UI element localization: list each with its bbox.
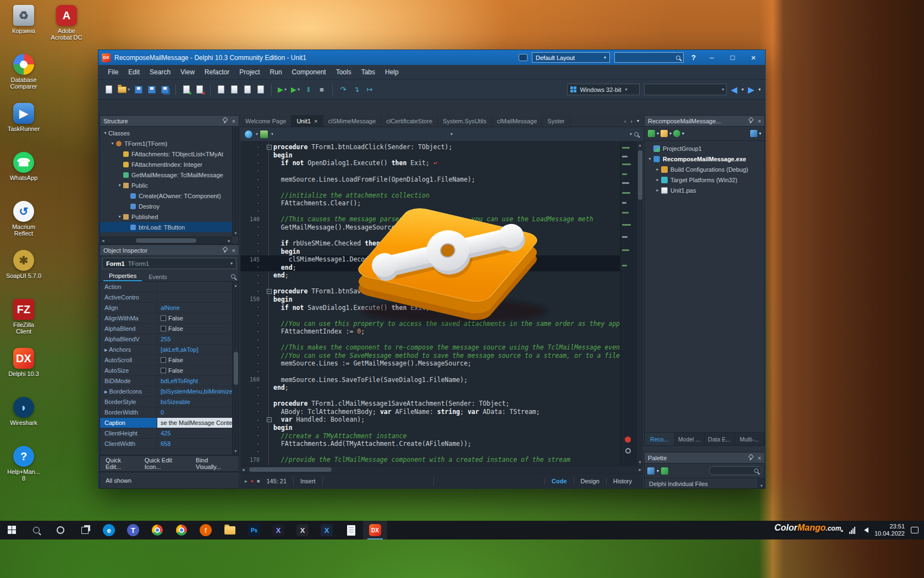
menu-tools[interactable]: Tools bbox=[331, 66, 356, 79]
close-panel-icon[interactable]: × bbox=[758, 118, 761, 124]
structure-node[interactable]: GetMailMessage: TclMailMessage bbox=[100, 170, 232, 180]
editor-tab-syster[interactable]: Syster bbox=[542, 115, 570, 127]
menu-help[interactable]: Help bbox=[380, 66, 404, 79]
project-tab-1[interactable]: Reco... bbox=[645, 433, 675, 445]
close-tab-icon[interactable]: × bbox=[314, 118, 317, 124]
project-node[interactable]: ▸Build Configurations (Debug) bbox=[645, 164, 765, 175]
property-row[interactable]: BiDiModebdLeftToRight bbox=[100, 376, 232, 386]
sort-icon[interactable] bbox=[750, 130, 757, 137]
tab-scroll-left-icon[interactable]: ‹ bbox=[624, 118, 626, 124]
editor-tab-unit1[interactable]: Unit1× bbox=[292, 115, 323, 127]
new-form-button[interactable] bbox=[228, 83, 240, 97]
cortana-button[interactable] bbox=[48, 521, 73, 539]
palette-category[interactable]: Delphi Individual Files bbox=[645, 478, 758, 489]
tab-list-dropdown-icon[interactable]: ▾ bbox=[637, 118, 639, 123]
run-button[interactable]: ▶▾ bbox=[276, 83, 288, 97]
notification-center-icon[interactable] bbox=[911, 527, 919, 533]
chevron-down-icon[interactable]: ▾ bbox=[657, 131, 659, 136]
new-item-icon[interactable] bbox=[661, 130, 668, 137]
navigate-forward-button[interactable]: ▶ bbox=[748, 85, 754, 94]
search-path-combo[interactable]: ▾ bbox=[644, 84, 727, 95]
taskbar-file-explorer[interactable] bbox=[218, 521, 242, 539]
save-as-button[interactable] bbox=[146, 83, 158, 97]
view-selector-icon[interactable] bbox=[260, 130, 268, 138]
property-row[interactable]: AlignalNone bbox=[100, 303, 232, 313]
quick-link[interactable]: Bind Visually... bbox=[196, 457, 233, 470]
chevron-down-icon[interactable]: ▾ bbox=[657, 468, 659, 473]
checkbox-icon[interactable] bbox=[161, 315, 166, 321]
structure-node[interactable]: FAttachments: TObjectList<TMyAt bbox=[100, 149, 232, 159]
target-platform-combo[interactable]: Windows 32-bit ▾ bbox=[567, 84, 640, 95]
close-panel-icon[interactable]: × bbox=[232, 118, 235, 124]
structure-node[interactable]: btnLoad: TButton bbox=[100, 222, 232, 232]
start-button[interactable] bbox=[0, 521, 24, 539]
taskbar-chrome[interactable] bbox=[145, 521, 169, 539]
record-macro-icon[interactable]: ● bbox=[251, 478, 254, 484]
maximize-button[interactable]: □ bbox=[724, 52, 741, 63]
chevron-down-icon[interactable]: ▾ bbox=[759, 131, 761, 136]
tab-properties[interactable]: Properties bbox=[103, 271, 142, 281]
property-row[interactable]: ▸ BorderIcons[biSystemMenu,biMinimize bbox=[100, 386, 232, 397]
minimize-button[interactable]: – bbox=[703, 52, 720, 63]
open-button[interactable]: ▾ bbox=[116, 83, 131, 97]
menu-refactor[interactable]: Refactor bbox=[200, 66, 234, 79]
menu-run[interactable]: Run bbox=[265, 66, 287, 79]
volume-icon[interactable] bbox=[861, 527, 868, 533]
component-selector-combo[interactable]: Form1 TForm1 ▾ bbox=[102, 258, 237, 269]
desktop-icon-adobe-acrobat[interactable]: AAdobe Acrobat DC bbox=[45, 2, 88, 51]
editor-minimap[interactable] bbox=[620, 141, 636, 466]
close-panel-icon[interactable]: × bbox=[758, 455, 761, 461]
fold-marker-icon[interactable]: − bbox=[267, 417, 272, 422]
taskbar-teams[interactable]: T bbox=[121, 521, 145, 539]
play-macro-icon[interactable]: ▸ bbox=[245, 478, 248, 484]
taskbar-xd-app[interactable]: X bbox=[266, 521, 290, 539]
save-button[interactable] bbox=[133, 83, 145, 97]
help-button[interactable]: ? bbox=[688, 53, 699, 62]
taskbar-firefox[interactable]: f bbox=[194, 521, 218, 539]
desktop-icon-taskrunner[interactable]: ▶TaskRunner bbox=[2, 100, 45, 149]
structure-node[interactable]: Create(AOwner: TComponent) bbox=[100, 190, 232, 201]
view-history-button[interactable]: History bbox=[606, 478, 639, 484]
menu-project[interactable]: Project bbox=[234, 66, 265, 79]
palette-search-input[interactable] bbox=[709, 466, 762, 475]
structure-node[interactable]: FAttachmentIndex: Integer bbox=[100, 159, 232, 170]
property-row[interactable]: Action bbox=[100, 282, 232, 292]
build-icon[interactable] bbox=[673, 130, 680, 137]
layout-combo[interactable]: Default Layout ▾ bbox=[532, 52, 610, 63]
taskbar-photoshop[interactable]: Ps bbox=[242, 521, 266, 539]
menu-file[interactable]: File bbox=[103, 66, 123, 79]
save-all-button[interactable] bbox=[159, 83, 171, 97]
taskbar-delphi-ide[interactable]: DX bbox=[363, 521, 387, 539]
view-unit-button[interactable] bbox=[241, 83, 254, 97]
menu-component[interactable]: Component bbox=[287, 66, 331, 79]
menu-edit[interactable]: Edit bbox=[123, 66, 145, 79]
new-unit-button[interactable] bbox=[215, 83, 227, 97]
project-node[interactable]: ProjectGroup1 bbox=[645, 143, 765, 154]
ide-search-input[interactable] bbox=[614, 52, 684, 63]
network-icon[interactable] bbox=[849, 527, 855, 534]
desktop-icon-soapui[interactable]: ✱SoapUI 5.7.0 bbox=[2, 247, 45, 296]
palette-wizard-icon[interactable] bbox=[661, 467, 668, 475]
chevron-down-icon[interactable]: ▾ bbox=[682, 131, 684, 136]
stop-macro-icon[interactable]: ■ bbox=[257, 478, 260, 484]
structure-node[interactable]: Destroy bbox=[100, 201, 232, 211]
editor-tab-welcome-page[interactable]: Welcome Page bbox=[240, 115, 292, 127]
property-row[interactable]: ClientWidth658 bbox=[100, 439, 232, 449]
step-over-button[interactable]: ↷ bbox=[337, 83, 349, 97]
pause-button[interactable]: ‖ bbox=[302, 83, 315, 97]
taskbar-edge[interactable]: e bbox=[97, 521, 121, 539]
editor-tab-clmailmessage[interactable]: clMailMessage bbox=[492, 115, 543, 127]
remove-file-button[interactable] bbox=[194, 83, 206, 97]
structure-node[interactable]: ▾Public bbox=[100, 180, 232, 190]
quick-link[interactable]: Quick Edit... bbox=[106, 457, 137, 470]
structure-vscrollbar[interactable]: ▾ bbox=[232, 127, 239, 237]
property-row[interactable]: ClientHeight425 bbox=[100, 428, 232, 439]
filter-search-icon[interactable] bbox=[231, 274, 235, 279]
new-button[interactable] bbox=[103, 83, 115, 97]
structure-node[interactable]: ▾TForm1(TForm) bbox=[100, 138, 232, 149]
tab-scroll-right-icon[interactable]: › bbox=[630, 118, 632, 124]
fold-marker-icon[interactable]: − bbox=[267, 289, 272, 294]
structure-hscrollbar[interactable]: ◂▸ bbox=[100, 237, 232, 244]
desktop-layout-icon[interactable] bbox=[519, 54, 527, 61]
desktop-icon-macrium-reflect[interactable]: ↺Macrium Reflect bbox=[2, 198, 45, 247]
